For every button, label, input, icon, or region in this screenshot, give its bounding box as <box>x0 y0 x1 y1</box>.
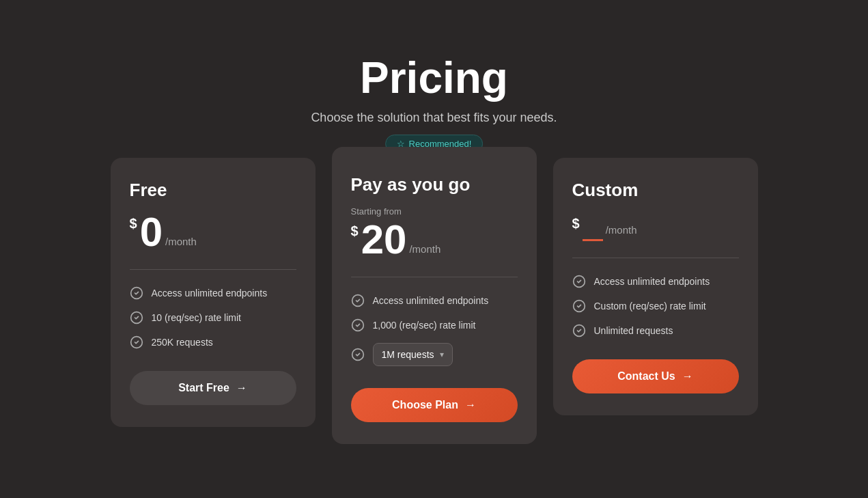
price-amount-free: 0 <box>140 212 163 253</box>
check-icon <box>351 294 365 307</box>
feature-text: 250K requests <box>152 337 213 348</box>
plan-name-payasyougo: Pay as you go <box>351 174 518 195</box>
features-list-free: Access unlimited endpoints 10 (req/sec) … <box>130 286 296 349</box>
divider-payasyougo <box>351 277 518 277</box>
chevron-down-icon: ▾ <box>440 350 444 359</box>
plans-container: Free $ 0 /month Access unlimited endpoin… <box>111 158 758 444</box>
price-period-payasyougo: /month <box>409 243 440 255</box>
price-currency-payasyougo: $ <box>351 223 359 239</box>
feature-item-requests: 1M requests ▾ <box>351 343 518 366</box>
contact-us-button[interactable]: Contact Us → <box>572 359 739 393</box>
feature-text: 1,000 (req/sec) rate limit <box>373 320 476 331</box>
check-icon <box>130 311 143 324</box>
feature-item: 10 (req/sec) rate limit <box>130 311 296 324</box>
check-icon <box>351 318 365 332</box>
plan-card-custom: Custom $ /month Access unlimited endpoin… <box>553 158 758 415</box>
arrow-icon: → <box>236 382 247 394</box>
page-title: Pricing <box>311 54 557 102</box>
feature-item: Access unlimited endpoints <box>351 294 518 307</box>
page-subtitle: Choose the solution that best fits your … <box>311 111 557 125</box>
feature-item: Custom (req/sec) rate limit <box>572 299 739 313</box>
featured-wrapper: ☆ Recommended! Pay as you go Starting fr… <box>332 147 537 444</box>
check-icon <box>351 348 365 361</box>
price-currency-free: $ <box>130 216 137 232</box>
starting-from-label: Starting from <box>351 206 518 217</box>
features-list-payasyougo: Access unlimited endpoints 1,000 (req/se… <box>351 294 518 366</box>
feature-text: 10 (req/sec) rate limit <box>152 312 241 323</box>
plan-card-payasyougo: Pay as you go Starting from $ 20 /month … <box>332 147 537 444</box>
divider-custom <box>572 258 739 258</box>
plan-name-free: Free <box>130 180 296 201</box>
check-icon <box>572 324 586 337</box>
feature-item: Access unlimited endpoints <box>130 286 296 300</box>
start-free-label: Start Free <box>178 382 229 394</box>
feature-text: Access unlimited endpoints <box>594 276 710 287</box>
plan-card-free: Free $ 0 /month Access unlimited endpoin… <box>111 158 316 427</box>
arrow-icon: → <box>682 370 693 383</box>
feature-item: 250K requests <box>130 335 296 349</box>
price-row-payasyougo: $ 20 /month <box>351 219 518 260</box>
divider-free <box>130 269 296 270</box>
check-icon <box>130 286 143 300</box>
choose-plan-label: Choose Plan <box>392 399 458 411</box>
check-icon <box>572 299 586 313</box>
feature-text: Custom (req/sec) rate limit <box>594 301 706 312</box>
plan-name-custom: Custom <box>572 180 739 201</box>
check-icon <box>572 275 586 288</box>
page-header: Pricing Choose the solution that best fi… <box>311 54 557 124</box>
feature-text: Unlimited requests <box>594 325 673 336</box>
requests-value: 1M requests <box>382 349 434 360</box>
feature-text: Access unlimited endpoints <box>152 288 268 299</box>
requests-dropdown[interactable]: 1M requests ▾ <box>373 343 453 366</box>
price-period-free: /month <box>165 236 197 247</box>
price-currency-custom: $ <box>572 216 580 232</box>
arrow-icon: → <box>465 399 476 411</box>
feature-item: 1,000 (req/sec) rate limit <box>351 318 518 332</box>
feature-item: Unlimited requests <box>572 324 739 337</box>
start-free-button[interactable]: Start Free → <box>130 371 296 405</box>
choose-plan-button[interactable]: Choose Plan → <box>351 388 518 422</box>
feature-text: Access unlimited endpoints <box>373 295 489 306</box>
price-row-custom: $ /month <box>572 212 739 241</box>
feature-item: Access unlimited endpoints <box>572 275 739 288</box>
features-list-custom: Access unlimited endpoints Custom (req/s… <box>572 275 739 337</box>
price-period-custom: /month <box>606 224 637 236</box>
price-row-free: $ 0 /month <box>130 212 296 253</box>
price-underline <box>583 239 603 241</box>
contact-us-label: Contact Us <box>617 370 675 383</box>
price-amount-payasyougo: 20 <box>361 219 407 260</box>
price-dash-custom <box>583 212 603 234</box>
check-icon <box>130 335 143 349</box>
